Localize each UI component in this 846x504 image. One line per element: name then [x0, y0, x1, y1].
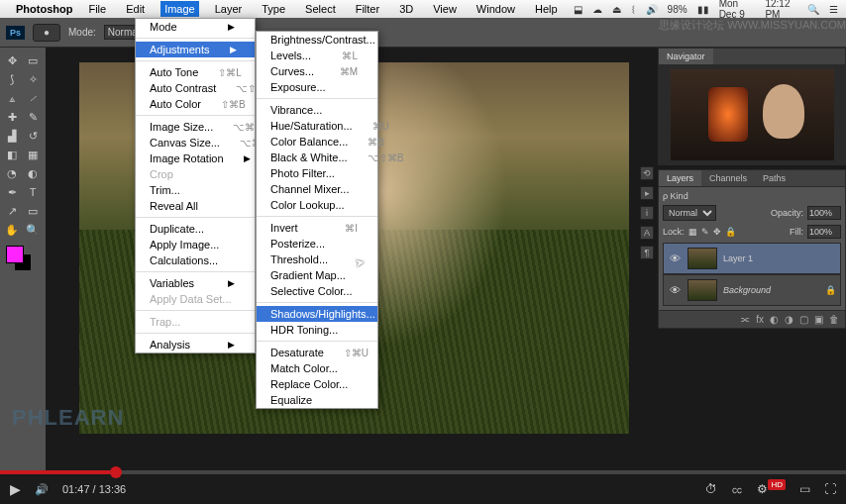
menu-item-image-rotation[interactable]: Image Rotation▶	[136, 151, 255, 166]
visibility-icon[interactable]: 👁	[668, 252, 682, 264]
eyedropper-tool[interactable]: ⟋	[23, 89, 43, 107]
theater-icon[interactable]: ▭	[799, 482, 810, 496]
menu-item-color-lookup[interactable]: Color Lookup...	[257, 197, 377, 213]
menu-item-hue-saturation[interactable]: Hue/Saturation...⌘U	[257, 118, 377, 134]
path-tool[interactable]: ↗	[2, 202, 22, 220]
menubar-time[interactable]: 12:12 PM	[765, 0, 797, 20]
navigator-preview[interactable]	[671, 69, 834, 160]
progress-bar[interactable]	[0, 470, 846, 474]
dodge-tool[interactable]: ◐	[23, 164, 43, 182]
shape-tool[interactable]: ▭	[23, 202, 43, 220]
wand-tool[interactable]: ✧	[23, 70, 43, 88]
lock-trans-icon[interactable]: ▦	[688, 227, 697, 237]
menu-item-image-size[interactable]: Image Size...⌥⌘I	[136, 119, 255, 135]
spotlight-icon[interactable]: 🔍	[807, 4, 819, 15]
menu-item-adjustments[interactable]: Adjustments▶	[136, 42, 255, 57]
volume-icon[interactable]: 🔊	[646, 4, 658, 15]
color-swatches[interactable]	[2, 246, 44, 275]
menu-item-photo-filter[interactable]: Photo Filter...	[257, 165, 377, 181]
menu-item-mode[interactable]: Mode▶	[136, 19, 255, 35]
menu-item-hdr-toning[interactable]: HDR Toning...	[257, 322, 377, 338]
menu-item-channel-mixer[interactable]: Channel Mixer...	[257, 181, 377, 197]
menu-file[interactable]: File	[84, 1, 110, 17]
pen-tool[interactable]: ✒	[2, 183, 22, 201]
menu-item-apply-image[interactable]: Apply Image...	[136, 237, 255, 252]
menu-item-invert[interactable]: Invert⌘I	[257, 220, 377, 236]
visibility-icon[interactable]: 👁	[668, 284, 682, 296]
crop-tool[interactable]: ⟁	[2, 89, 22, 107]
layer-thumbnail[interactable]	[687, 279, 717, 301]
menu-item-auto-contrast[interactable]: Auto Contrast⌥⇧⌘L	[136, 80, 255, 96]
brush-preset[interactable]: ●	[33, 24, 60, 42]
mask-icon[interactable]: ◐	[770, 314, 779, 325]
eject-icon[interactable]: ⏏	[612, 4, 621, 15]
character-panel-icon[interactable]: A	[640, 226, 654, 240]
menu-layer[interactable]: Layer	[211, 1, 247, 17]
opacity-input[interactable]	[807, 206, 841, 220]
menu-filter[interactable]: Filter	[352, 1, 383, 17]
lock-all-icon[interactable]: 🔒	[725, 227, 736, 237]
menu-item-variables[interactable]: Variables▶	[136, 275, 255, 291]
lasso-tool[interactable]: ⟆	[2, 70, 22, 88]
new-layer-icon[interactable]: ▣	[814, 314, 823, 325]
history-panel-icon[interactable]: ⟲	[640, 166, 654, 180]
menu-item-color-balance[interactable]: Color Balance...⌘B	[257, 134, 377, 150]
tab-channels[interactable]: Channels	[701, 170, 755, 186]
menu-item-calculations[interactable]: Calculations...	[136, 252, 255, 268]
play-button[interactable]: ▶	[10, 481, 21, 497]
layer-thumbnail[interactable]	[687, 248, 717, 269]
menu-item-exposure[interactable]: Exposure...	[257, 79, 377, 95]
zoom-tool[interactable]: 🔍	[23, 221, 43, 239]
marquee-tool[interactable]: ▭	[23, 51, 43, 69]
layer-row[interactable]: 👁Layer 1	[663, 243, 841, 274]
fullscreen-icon[interactable]: ⛶	[824, 482, 836, 496]
info-panel-icon[interactable]: i	[640, 206, 654, 220]
menu-item-desaturate[interactable]: Desaturate⇧⌘U	[257, 345, 377, 360]
menu-item-canvas-size[interactable]: Canvas Size...⌥⌘C	[136, 135, 255, 151]
heal-tool[interactable]: ✚	[2, 108, 22, 126]
stamp-tool[interactable]: ▟	[2, 127, 22, 145]
menu-item-shadows-highlights[interactable]: Shadows/Highlights...	[257, 306, 377, 322]
menu-item-curves[interactable]: Curves...⌘M	[257, 63, 377, 79]
dropbox-icon[interactable]: ⬓	[574, 4, 582, 15]
menu-item-brightness-contrast[interactable]: Brightness/Contrast...	[257, 32, 377, 48]
gradient-tool[interactable]: ▦	[23, 146, 43, 163]
watch-later-icon[interactable]: ⏱	[705, 482, 717, 496]
blend-mode-select[interactable]: Normal	[663, 205, 716, 221]
menu-item-equalize[interactable]: Equalize	[257, 392, 377, 408]
menu-select[interactable]: Select	[301, 1, 340, 17]
blur-tool[interactable]: ◔	[2, 164, 22, 182]
tab-layers[interactable]: Layers	[659, 170, 701, 186]
cc-icon[interactable]: ㏄	[731, 481, 743, 498]
type-tool[interactable]: T	[23, 183, 43, 201]
menu-item-selective-color[interactable]: Selective Color...	[257, 283, 377, 299]
menu-edit[interactable]: Edit	[122, 1, 149, 17]
eraser-tool[interactable]: ◧	[2, 146, 22, 163]
menu-item-analysis[interactable]: Analysis▶	[136, 337, 255, 353]
tab-paths[interactable]: Paths	[755, 170, 793, 186]
battery-icon[interactable]: ▮▮	[697, 4, 709, 15]
link-layers-icon[interactable]: ⫘	[740, 314, 750, 325]
menu-item-levels[interactable]: Levels...⌘L	[257, 48, 377, 63]
menu-type[interactable]: Type	[258, 1, 289, 17]
volume-icon[interactable]: 🔊	[35, 483, 49, 496]
layer-row[interactable]: 👁Background🔒	[663, 274, 841, 306]
menu-item-gradient-map[interactable]: Gradient Map...	[257, 267, 377, 283]
menu-item-auto-color[interactable]: Auto Color⇧⌘B	[136, 96, 255, 112]
menu-item-black-white[interactable]: Black & White...⌥⇧⌘B	[257, 150, 377, 165]
notifications-icon[interactable]: ☰	[829, 4, 838, 15]
group-icon[interactable]: ▢	[799, 314, 808, 325]
menu-item-vibrance[interactable]: Vibrance...	[257, 102, 377, 118]
navigator-tab[interactable]: Navigator	[659, 49, 713, 64]
move-tool[interactable]: ✥	[2, 51, 22, 69]
hand-tool[interactable]: ✋	[2, 221, 22, 239]
menu-item-trim[interactable]: Trim...	[136, 182, 255, 198]
menu-view[interactable]: View	[429, 1, 461, 17]
menu-window[interactable]: Window	[473, 1, 519, 17]
lock-pos-icon[interactable]: ✥	[713, 227, 721, 237]
settings-icon[interactable]: ⚙HD	[757, 482, 786, 496]
paragraph-panel-icon[interactable]: ¶	[640, 246, 654, 259]
menu-3d[interactable]: 3D	[395, 1, 417, 17]
adjustment-layer-icon[interactable]: ◑	[785, 314, 793, 325]
menu-item-replace-color[interactable]: Replace Color...	[257, 376, 377, 392]
